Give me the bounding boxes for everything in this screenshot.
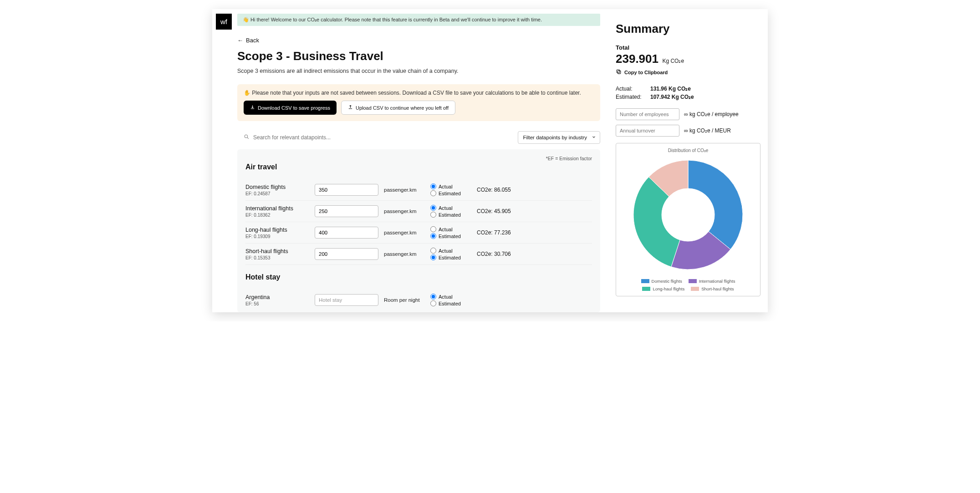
industry-filter-label: Filter datapoints by industry (523, 135, 587, 140)
estimated-label: Estimated: (616, 94, 650, 100)
turnover-input[interactable] (616, 125, 679, 137)
total-unit: Kg CO₂e (662, 58, 684, 64)
download-csv-label: Download CSV to save progress (258, 105, 330, 111)
legend-swatch (642, 287, 650, 291)
back-button[interactable]: ← Back (237, 37, 259, 44)
radio-actual[interactable]: Actual (430, 294, 471, 300)
legend-swatch (689, 279, 697, 283)
per-employee-out: ∞ kg CO₂e / employee (684, 111, 739, 117)
actual-label: Actual: (616, 86, 650, 92)
radio-estimated[interactable]: Estimated (430, 233, 471, 239)
row-co2e: CO2e: 30.706 (477, 251, 531, 257)
svg-point-0 (245, 135, 248, 138)
row-label: Short-haul flights (245, 248, 309, 254)
industry-filter-select[interactable]: Filter datapoints by industry (518, 131, 600, 144)
row-unit: passenger.km (384, 230, 425, 235)
summary-panel: Summary Total 239.901 Kg CO₂e Copy to Cl… (608, 9, 768, 312)
row-unit: passenger.km (384, 208, 425, 214)
legend-item: Long-haul flights (642, 286, 684, 291)
row-co2e: CO2e: 77.236 (477, 229, 531, 236)
radio-actual[interactable]: Actual (430, 226, 471, 232)
row-label: Argentina (245, 294, 309, 300)
donut-chart-svg (629, 156, 747, 274)
row-co2e: CO2e: 45.905 (477, 208, 531, 214)
page-subtitle: Scope 3 emissions are all indirect emiss… (237, 68, 600, 74)
beta-banner: 👋 Hi there! Welcome to our CO₂e calculat… (237, 14, 600, 26)
radio-estimated[interactable]: Estimated (430, 190, 471, 196)
search-input[interactable] (253, 134, 390, 141)
row-hotel-argentina: Argentina EF: 56 Room per night Actual E… (245, 290, 592, 310)
upload-csv-label: Upload CSV to continue where you left of… (356, 105, 449, 111)
app-logo: wf (216, 14, 232, 30)
chevron-down-icon (592, 135, 596, 140)
csv-notice-box: ✋ Please note that your inputs are not s… (237, 84, 600, 121)
legend-item: Domestic flights (641, 279, 682, 284)
radio-input[interactable] (430, 300, 436, 306)
search-box[interactable] (237, 134, 509, 141)
radio-input[interactable] (430, 248, 436, 254)
page-title: Scope 3 - Business Travel (237, 49, 600, 63)
intl-value-input[interactable] (315, 205, 378, 217)
legend-item: International flights (689, 279, 735, 284)
legend-item: Short-haul flights (691, 286, 734, 291)
legend-swatch (641, 279, 649, 283)
upload-icon (348, 105, 353, 111)
argentina-value-input[interactable] (315, 294, 378, 306)
radio-input[interactable] (430, 226, 436, 232)
row-unit: passenger.km (384, 187, 425, 193)
row-ef: EF: 0.18362 (245, 213, 309, 218)
radio-actual[interactable]: Actual (430, 248, 471, 254)
radio-estimated[interactable]: Estimated (430, 254, 471, 260)
copy-icon (616, 69, 622, 76)
legend-label: Domestic flights (652, 279, 682, 284)
row-ef: EF: 0.15353 (245, 255, 309, 260)
legend-label: International flights (699, 279, 735, 284)
section-hotel-title: Hotel stay (245, 273, 592, 281)
svg-rect-2 (617, 70, 620, 73)
radio-input[interactable] (430, 190, 436, 196)
radio-input[interactable] (430, 254, 436, 260)
radio-estimated[interactable]: Estimated (430, 212, 471, 218)
summary-title: Summary (616, 22, 761, 36)
ef-note: *EF = Emission factor (245, 156, 592, 161)
radio-actual[interactable]: Actual (430, 183, 471, 189)
legend-label: Short-haul flights (701, 286, 734, 291)
shorthaul-value-input[interactable] (315, 248, 378, 260)
total-label: Total (616, 44, 761, 51)
radio-input[interactable] (430, 294, 436, 300)
download-icon (250, 105, 255, 111)
actual-value: 131.96 Kg CO₂e (650, 86, 691, 92)
longhaul-value-input[interactable] (315, 227, 378, 239)
row-label: Long-haul flights (245, 227, 309, 233)
copy-to-clipboard-button[interactable]: Copy to Clipboard (616, 69, 761, 76)
row-unit: passenger.km (384, 251, 425, 257)
row-ef: EF: 56 (245, 301, 309, 306)
svg-rect-1 (618, 71, 621, 74)
total-value: 239.901 (616, 52, 658, 66)
domestic-value-input[interactable] (315, 184, 378, 196)
radio-input[interactable] (430, 183, 436, 189)
data-panel: *EF = Emission factor Air travel Domesti… (237, 149, 600, 312)
row-label: International flights (245, 205, 309, 212)
distribution-chart: Distribution of CO₂e Domestic flightsInt… (616, 143, 761, 296)
row-shorthaul-flights: Short-haul flights EF: 0.15353 passenger… (245, 244, 592, 265)
radio-estimated[interactable]: Estimated (430, 300, 471, 306)
radio-input[interactable] (430, 233, 436, 239)
per-turnover-out: ∞ kg CO₂e / MEUR (684, 127, 731, 134)
upload-csv-button[interactable]: Upload CSV to continue where you left of… (341, 101, 455, 115)
app-window: wf 👋 Hi there! Welcome to our CO₂e calcu… (212, 9, 768, 312)
search-icon (244, 134, 250, 141)
row-co2e: CO2e: 86.055 (477, 187, 531, 193)
legend-label: Long-haul flights (653, 286, 684, 291)
radio-input[interactable] (430, 212, 436, 218)
chart-legend: Domestic flightsInternational flightsLon… (620, 279, 756, 291)
download-csv-button[interactable]: Download CSV to save progress (244, 101, 337, 115)
radio-actual[interactable]: Actual (430, 205, 471, 211)
employees-input[interactable] (616, 108, 679, 120)
row-ef: EF: 0.19309 (245, 234, 309, 239)
radio-input[interactable] (430, 205, 436, 211)
section-air-travel-title: Air travel (245, 163, 592, 171)
csv-notice-text: ✋ Please note that your inputs are not s… (244, 90, 594, 96)
row-ef: EF: 0.24587 (245, 191, 309, 196)
legend-swatch (691, 287, 699, 291)
